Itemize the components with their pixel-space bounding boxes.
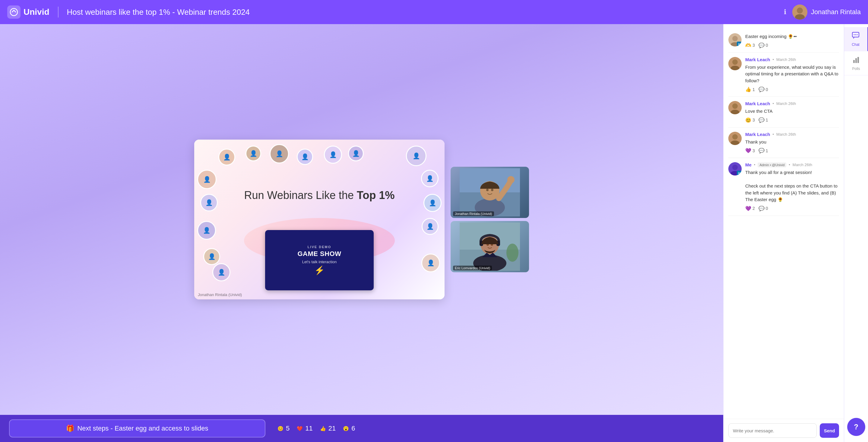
chat-message-3: Mark Leach • March 26th Thank you 💜 3 💬 … [728,128,839,158]
send-button[interactable]: Send [820,423,839,438]
reaction-3-1[interactable]: 💬 1 [758,148,768,154]
reaction-0-0[interactable]: 🫶 3 [745,42,755,48]
svg-point-30 [732,134,738,139]
reaction-0-1[interactable]: 💬 0 [758,42,768,48]
linkedin-badge: in [737,42,742,46]
wow-count: 6 [351,424,355,432]
msg-text-4: Thank you all for a great session! Check… [745,169,839,203]
chat-message-1: Mark Leach • March 26th From your experi… [728,53,839,97]
heart-emoji: ❤️ [297,426,303,432]
tab-chat[interactable]: Chat [844,27,868,51]
reaction-1-1[interactable]: 💬 0 [758,87,768,92]
inner-demo-prefix: LIVE DEMO [308,245,332,249]
user-name: Jonathan Rintala [811,8,861,16]
chat-messages: in Easter egg incoming 🌻•• 🫶 3 💬 0 [723,24,844,419]
reaction-wow: 😮 6 [343,424,355,432]
comment-count: 0 [766,43,768,48]
cta-button[interactable]: 🎁 Next steps - Easter egg and access to … [9,419,266,438]
reaction-1-0[interactable]: 👍 1 [745,87,755,92]
svg-point-10 [491,189,493,191]
app-header: Univid Host webinars like the top 1% - W… [0,0,868,24]
smile-emoji: 😊 [277,426,283,432]
user-profile[interactable]: Jonathan Rintala [792,4,861,20]
msg-date-1: • [773,57,774,62]
msg-author-1: Mark Leach [745,57,770,62]
msg-author-2: Mark Leach [745,101,770,106]
msg-body-1: Mark Leach • March 26th From your experi… [745,57,839,93]
svg-point-27 [732,103,738,109]
avatar-bubble: 👤 [348,146,364,161]
msg-header-2: Mark Leach • March 26th [745,101,839,106]
svg-rect-40 [855,58,857,63]
reaction-heart: ❤️ 11 [297,424,312,432]
svg-point-8 [507,176,515,183]
svg-point-33 [732,165,738,170]
avatar-me: in [728,162,742,176]
cta-label: Next steps - Easter egg and access to sl… [77,424,208,432]
svg-rect-41 [858,57,859,63]
svg-point-24 [732,59,738,65]
tab-bar: Chat Polls ? [844,24,868,442]
avatar-bubble: 👤 [203,248,220,265]
tab-polls[interactable]: Polls [844,51,868,75]
inner-demo-title: GAME SHOW [298,250,341,258]
msg-header-1: Mark Leach • March 26th [745,57,839,62]
logo[interactable]: Univid [7,5,50,19]
reaction-thumbsup: 👍 21 [320,424,336,432]
msg-reactions-0: 🫶 3 💬 0 [745,42,839,48]
inner-demo-screenshot: LIVE DEMO GAME SHOW Let's talk interacti… [265,230,374,290]
lightning-icon: ⚡ [314,265,325,275]
tab-chat-label: Chat [852,42,859,47]
svg-point-13 [506,244,519,262]
msg-header-3: Mark Leach • March 26th [745,132,839,137]
chat-message-4: in Me • Admin • @Univid • March 26th Tha… [728,158,839,216]
avatar-bubble: 👤 [422,218,438,235]
reaction-2-1[interactable]: 💬 1 [758,117,768,123]
reaction-4-0[interactable]: 💜 2 [745,206,755,211]
help-button[interactable]: ? [847,418,865,436]
presentation-container: 👤 👤 👤 👤 👤 👤 👤 👤 👤 👤 👤 👤 👤 👤 👤 👤 [0,24,723,415]
cam-person-2 [451,221,529,272]
reaction-3-0[interactable]: 💜 3 [745,148,755,154]
slide-content: 👤 👤 👤 👤 👤 👤 👤 👤 👤 👤 👤 👤 👤 👤 👤 👤 [194,139,444,299]
thumbsup-emoji: 👍 [320,426,326,432]
wow-emoji: 😮 [343,426,349,432]
msg-text-0: Easter egg incoming 🌻•• [745,33,839,40]
main-slide: 👤 👤 👤 👤 👤 👤 👤 👤 👤 👤 👤 👤 👤 👤 👤 👤 [194,139,444,299]
inner-demo-subtitle: Let's talk interaction [302,260,337,264]
chat-input[interactable] [728,423,817,438]
polls-icon [852,56,860,65]
avatar-mark-1 [728,57,742,70]
msg-date-2: March 26th [776,101,796,106]
reaction-bar: 😊 5 ❤️ 11 👍 21 😮 6 [277,424,355,432]
cam-feed-2: Eric Lomvardos (Univid) [451,221,529,272]
svg-point-21 [732,36,738,41]
avatar-bubble: 👤 [406,146,427,166]
msg-date-text-1: March 26th [776,57,796,62]
svg-point-38 [857,34,858,35]
linkedin-badge-me: in [737,171,742,176]
msg-date-4: March 26th [793,162,812,167]
thumbsup-count: 21 [329,424,336,432]
svg-point-36 [854,34,855,35]
msg-body-4: Me • Admin • @Univid • March 26th Thank … [745,162,839,211]
cam-person-1 [451,167,529,218]
reaction-emoji: 🫶 [745,42,751,48]
heart-count: 11 [305,424,312,432]
avatar-mark-3 [728,132,742,145]
info-icon[interactable]: ℹ [784,8,786,16]
reaction-2-0[interactable]: 😊 3 [745,117,755,123]
svg-point-0 [10,8,18,16]
reaction-4-1[interactable]: 💬 0 [758,206,768,211]
chat-message-2: Mark Leach • March 26th Love the CTA 😊 3… [728,97,839,128]
msg-text-3: Thank you [745,139,839,146]
avatar-mark-2 [728,101,742,114]
avatar-0: in [728,33,742,46]
chat-input-area: Send [723,419,844,442]
cam-feed-1: Jonathan Rintala (Univid) [451,167,529,218]
avatar-bubble: 👤 [421,254,440,272]
avatar-bubble: 👤 [246,146,261,161]
reaction-smile: 😊 5 [277,424,289,432]
svg-point-37 [855,34,856,35]
slide-title-normal: Run Webinars Like the Top 1% [244,189,395,202]
